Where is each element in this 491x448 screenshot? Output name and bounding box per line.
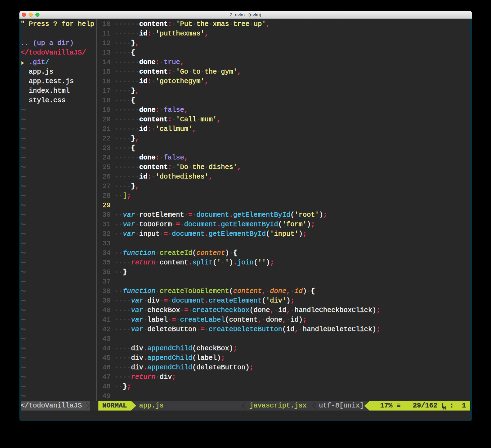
svg-text:N: N bbox=[443, 405, 446, 410]
